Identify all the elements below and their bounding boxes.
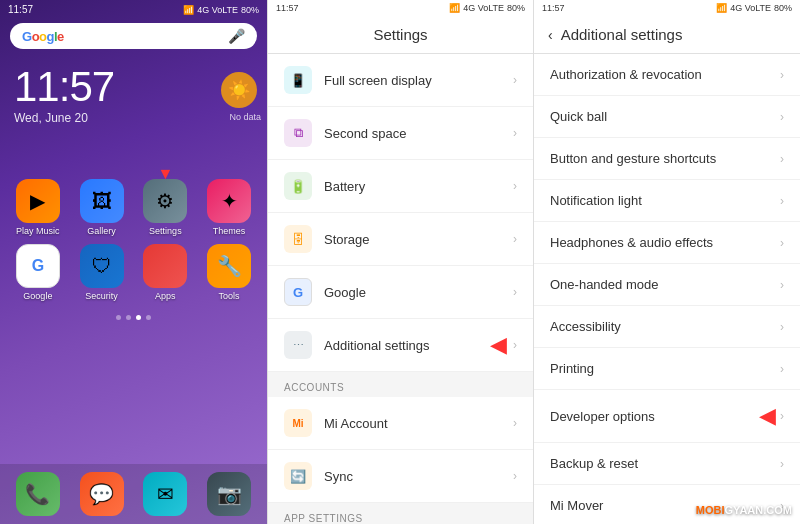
settings-panel: 11:57 📶 4G VoLTE 80% Settings 📱 Full scr… [267,0,534,524]
sync-arrow: › [513,469,517,483]
time-display: 11:57 [14,63,253,111]
fullscreen-icon: 📱 [284,66,312,94]
app-grid-row2: G Google 🛡 Security Apps 🔧 Tools [0,244,267,309]
settings-item-google[interactable]: G Google › [268,266,533,319]
apps-label: Apps [155,291,176,301]
chat-icon: ✉ [143,472,187,516]
no-data-label: No data [229,112,261,122]
additional-settings-label: Additional settings [324,338,490,353]
add-item-notification-light[interactable]: Notification light › [534,180,800,222]
settings-signal-icon: 📶 [449,3,460,13]
add-item-button-gestures[interactable]: Button and gesture shortcuts › [534,138,800,180]
gallery-label: Gallery [87,226,116,236]
dot-2 [126,315,131,320]
apps-icon [143,244,187,288]
additional-status-right: 📶 4G VoLTE 80% [716,3,792,13]
camera-icon: 📷 [207,472,251,516]
dot-3 [136,315,141,320]
quick-ball-label: Quick ball [550,109,780,124]
settings-signal: 4G VoLTE [463,3,504,13]
messages-icon: 💬 [80,472,124,516]
fullscreen-arrow: › [513,73,517,87]
add-item-quick-ball[interactable]: Quick ball › [534,96,800,138]
app-google[interactable]: G Google [10,244,66,301]
add-item-accessibility[interactable]: Accessibility › [534,306,800,348]
add-item-printing[interactable]: Printing › [534,348,800,390]
accessibility-arrow: › [780,320,784,334]
additional-title: Additional settings [561,26,683,43]
second-space-icon: ⧉ [284,119,312,147]
app-apps[interactable]: Apps [138,244,194,301]
dock-camera[interactable]: 📷 [201,472,257,516]
settings-item-additional[interactable]: ⋯ Additional settings ◀ › [268,319,533,372]
settings-item-storage[interactable]: 🗄 Storage › [268,213,533,266]
settings-time: 11:57 [276,3,299,13]
security-icon: 🛡 [80,244,124,288]
settings-item-sync[interactable]: 🔄 Sync › [268,450,533,503]
google-app-label: Google [23,291,52,301]
auth-label: Authorization & revocation [550,67,780,82]
fullscreen-label: Full screen display [324,73,513,88]
dock-messages[interactable]: 💬 [74,472,130,516]
developer-options-arrow: › [780,409,784,423]
additional-signal: 4G VoLTE [730,3,771,13]
add-item-auth[interactable]: Authorization & revocation › [534,54,800,96]
settings-icon: ⚙ [143,179,187,223]
app-settings[interactable]: ▼ ⚙ Settings [138,179,194,236]
google-search-bar[interactable]: Google 🎤 [10,23,257,49]
signal-label: 4G VoLTE [197,5,238,15]
settings-item-battery[interactable]: 🔋 Battery › [268,160,533,213]
mic-icon[interactable]: 🎤 [228,28,245,44]
add-item-developer-options[interactable]: Developer options ◀ › [534,390,800,443]
settings-item-second-space[interactable]: ⧉ Second space › [268,107,533,160]
back-arrow-icon[interactable]: ‹ [548,27,553,43]
add-item-headphones[interactable]: Headphones & audio effects › [534,222,800,264]
app-themes[interactable]: ✦ Themes [201,179,257,236]
developer-options-label: Developer options [550,409,759,424]
google-logo: Google [22,29,64,44]
signal-icon: 📶 [183,5,194,15]
google-arrow: › [513,285,517,299]
settings-status-bar: 11:57 📶 4G VoLTE 80% [268,0,533,16]
additional-battery: 80% [774,3,792,13]
storage-icon: 🗄 [284,225,312,253]
google-settings-label: Google [324,285,513,300]
app-security[interactable]: 🛡 Security [74,244,130,301]
app-gallery[interactable]: 🖼 Gallery [74,179,130,236]
settings-title: Settings [268,16,533,54]
add-item-one-handed[interactable]: One-handed mode › [534,264,800,306]
app-play-music[interactable]: ▶ Play Music [10,179,66,236]
play-music-icon: ▶ [16,179,60,223]
dock-phone[interactable]: 📞 [10,472,66,516]
add-item-backup-reset[interactable]: Backup & reset › [534,443,800,485]
themes-label: Themes [213,226,246,236]
storage-label: Storage [324,232,513,247]
app-tools[interactable]: 🔧 Tools [201,244,257,301]
additional-settings-red-arrow: ◀ [490,332,507,358]
settings-item-fullscreen[interactable]: 📱 Full screen display › [268,54,533,107]
battery-arrow: › [513,179,517,193]
dock-chat[interactable]: ✉ [138,472,194,516]
second-space-arrow: › [513,126,517,140]
sync-icon: 🔄 [284,462,312,490]
app-settings-section-label: APP SETTINGS [268,503,533,524]
battery-label: Battery [324,179,513,194]
battery-label: 80% [241,5,259,15]
home-status-right: 📶 4G VoLTE 80% [183,5,259,15]
notification-light-label: Notification light [550,193,780,208]
sync-label: Sync [324,469,513,484]
additional-time: 11:57 [542,3,565,13]
additional-settings-arrow: › [513,338,517,352]
settings-item-mi-account[interactable]: Mi Mi Account › [268,397,533,450]
watermark-suffix: .COM [763,504,792,516]
button-gestures-label: Button and gesture shortcuts [550,151,780,166]
watermark-brand1: MOBI [696,504,725,516]
app-grid-row1: ▶ Play Music 🖼 Gallery ▼ ⚙ Settings ✦ Th… [0,149,267,244]
date-display: Wed, June 20 [14,111,253,125]
additional-panel: 11:57 📶 4G VoLTE 80% ‹ Additional settin… [534,0,800,524]
notification-light-arrow: › [780,194,784,208]
button-gestures-arrow: › [780,152,784,166]
settings-battery: 80% [507,3,525,13]
google-settings-icon: G [284,278,312,306]
bottom-dock: 📞 💬 ✉ 📷 [0,464,267,524]
